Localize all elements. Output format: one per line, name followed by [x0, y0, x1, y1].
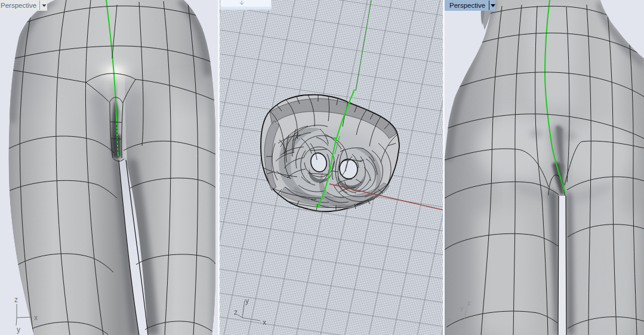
svg-text:y: y: [460, 305, 464, 312]
svg-text:z: z: [234, 308, 238, 316]
svg-text:z: z: [14, 296, 18, 304]
svg-text:x: x: [448, 316, 451, 323]
svg-text:y: y: [17, 325, 20, 334]
svg-text:x: x: [34, 314, 38, 322]
svg-text:Perspective: Perspective: [449, 2, 485, 9]
svg-text:Perspective: Perspective: [1, 2, 36, 9]
svg-text:x: x: [263, 318, 266, 327]
svg-text:y: y: [245, 297, 249, 305]
svg-text:z: z: [467, 299, 471, 306]
